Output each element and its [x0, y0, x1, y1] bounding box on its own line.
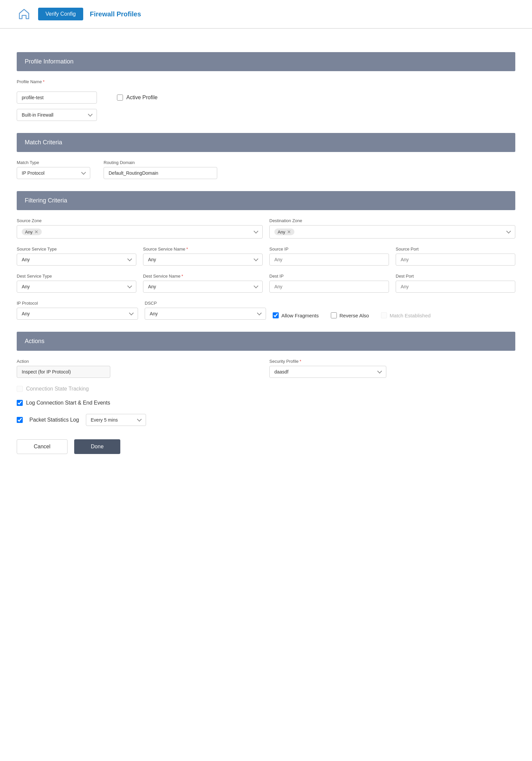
- dest-service-type-label: Dest Service Type: [17, 274, 136, 279]
- dscp-field: DSCP Any: [145, 301, 266, 320]
- ip-protocol-label: IP Protocol: [17, 301, 138, 306]
- reverse-also-checkbox[interactable]: [331, 312, 337, 318]
- home-icon[interactable]: [17, 7, 31, 21]
- profile-name-label: Profile Name*: [17, 79, 515, 84]
- dest-port-input[interactable]: [396, 281, 515, 293]
- source-port-field: Source Port: [396, 247, 515, 266]
- match-type-label: Match Type: [17, 160, 90, 165]
- dest-ip-label: Dest IP: [269, 274, 389, 279]
- profile-name-input[interactable]: [17, 92, 97, 104]
- firewall-type-select[interactable]: Built-in Firewall: [17, 109, 97, 121]
- connection-state-tracking-row: Connection State Tracking: [17, 386, 515, 392]
- connection-state-tracking-checkbox[interactable]: [17, 386, 23, 392]
- allow-fragments-group: Allow Fragments: [273, 312, 319, 318]
- dest-service-name-label: Dest Service Name*: [143, 274, 263, 279]
- main-content: Profile Information Profile Name* Active…: [0, 39, 532, 474]
- service-ip-row-1: Source Service Type Any Source Service N…: [17, 247, 515, 266]
- log-interval-select[interactable]: Every 5 mins: [86, 414, 146, 426]
- log-interval-value: Every 5 mins: [91, 417, 118, 423]
- active-profile-checkbox-label[interactable]: Active Profile: [117, 95, 157, 101]
- source-service-type-chevron-icon: [127, 257, 132, 261]
- log-interval-chevron-icon: [137, 417, 141, 422]
- dest-ip-field: Dest IP: [269, 274, 389, 293]
- connection-state-tracking-label: Connection State Tracking: [26, 386, 89, 392]
- dest-service-name-select[interactable]: Any: [143, 281, 263, 293]
- log-connection-row: Log Connection Start & End Events: [17, 400, 515, 406]
- log-packet-statistics-label: Packet Statistics Log: [29, 417, 79, 423]
- dest-ip-input[interactable]: [269, 281, 389, 293]
- dscp-select[interactable]: Any: [145, 308, 266, 320]
- source-service-type-field: Source Service Type Any: [17, 247, 136, 266]
- source-zone-tag-remove-icon[interactable]: ✕: [34, 229, 38, 235]
- dest-service-type-value: Any: [22, 284, 30, 289]
- dest-zone-tag-text: Any: [278, 230, 285, 235]
- match-type-select[interactable]: IP Protocol: [17, 167, 90, 179]
- source-zone-select[interactable]: Any ✕: [17, 225, 263, 239]
- dscp-label: DSCP: [145, 301, 266, 306]
- source-service-name-chevron-icon: [254, 257, 258, 261]
- security-profile-value: daasdf: [274, 369, 288, 374]
- routing-domain-field-group: Routing Domain: [104, 160, 217, 179]
- ip-protocol-select[interactable]: Any: [17, 308, 138, 320]
- source-zone-chevron-icon: [254, 229, 258, 234]
- action-label: Action: [17, 359, 263, 364]
- dest-zone-tag-remove-icon[interactable]: ✕: [287, 229, 291, 235]
- match-established-checkbox[interactable]: [381, 312, 387, 318]
- log-packet-statistics-checkbox[interactable]: [17, 417, 23, 423]
- ip-protocol-value: Any: [22, 311, 30, 316]
- source-ip-input[interactable]: [269, 254, 389, 266]
- source-service-name-value: Any: [148, 257, 156, 262]
- dscp-chevron-icon: [257, 311, 262, 315]
- profile-information-section: Profile Information Profile Name* Active…: [17, 52, 515, 121]
- dest-service-name-chevron-icon: [254, 284, 258, 288]
- dest-service-type-chevron-icon: [127, 284, 132, 288]
- allow-fragments-label: Allow Fragments: [281, 313, 319, 318]
- cancel-button[interactable]: Cancel: [17, 439, 68, 454]
- match-established-group: Match Established: [381, 312, 431, 318]
- log-connection-label: Log Connection Start & End Events: [26, 400, 110, 406]
- dest-zone-select[interactable]: Any ✕: [269, 225, 515, 239]
- service-ip-row-2: Dest Service Type Any Dest Service Name*…: [17, 274, 515, 293]
- allow-fragments-checkbox[interactable]: [273, 312, 279, 318]
- profile-row-1: Active Profile: [17, 92, 515, 104]
- firewall-type-select-wrapper[interactable]: Built-in Firewall: [17, 109, 97, 121]
- dest-zone-label: Destination Zone: [269, 218, 515, 223]
- filtering-criteria-header: Filtering Criteria: [17, 191, 515, 210]
- match-criteria-header: Match Criteria: [17, 133, 515, 152]
- match-type-value: IP Protocol: [22, 170, 44, 176]
- dest-service-name-field: Dest Service Name* Any: [143, 274, 263, 293]
- active-profile-checkbox[interactable]: [117, 95, 123, 101]
- actions-section: Actions Action Inspect (for IP Protocol)…: [17, 332, 515, 426]
- protocol-dscp-row: IP Protocol Any DSCP Any: [17, 301, 515, 320]
- source-service-name-label: Source Service Name*: [143, 247, 263, 252]
- log-connection-checkbox[interactable]: [17, 400, 23, 406]
- firewall-profiles-link[interactable]: Firewall Profiles: [90, 10, 141, 18]
- source-service-type-select[interactable]: Any: [17, 254, 136, 266]
- action-security-row: Action Inspect (for IP Protocol) Securit…: [17, 359, 515, 378]
- match-type-field-group: Match Type IP Protocol: [17, 160, 90, 179]
- dest-zone-chevron-icon: [506, 229, 511, 234]
- actions-fields: Action Inspect (for IP Protocol) Securit…: [17, 359, 515, 426]
- security-profile-field: Security Profile* daasdf: [269, 359, 515, 378]
- security-profile-label: Security Profile*: [269, 359, 515, 364]
- dest-service-type-field: Dest Service Type Any: [17, 274, 136, 293]
- match-criteria-section: Match Criteria Match Type IP Protocol Ro…: [17, 133, 515, 179]
- dest-port-field: Dest Port: [396, 274, 515, 293]
- dest-port-label: Dest Port: [396, 274, 515, 279]
- dest-service-type-select[interactable]: Any: [17, 281, 136, 293]
- verify-config-button[interactable]: Verify Config: [38, 8, 83, 20]
- source-service-name-select[interactable]: Any: [143, 254, 263, 266]
- ip-protocol-field: IP Protocol Any: [17, 301, 138, 320]
- source-port-input[interactable]: [396, 254, 515, 266]
- security-profile-select[interactable]: daasdf: [269, 366, 386, 378]
- source-zone-field: Source Zone Any ✕: [17, 218, 263, 239]
- done-button[interactable]: Done: [74, 439, 120, 454]
- active-profile-label: Active Profile: [126, 95, 157, 101]
- firewall-type-chevron-icon: [88, 112, 93, 117]
- profile-information-header: Profile Information: [17, 52, 515, 71]
- routing-domain-input[interactable]: [104, 167, 217, 179]
- ip-protocol-chevron-icon: [129, 311, 134, 315]
- source-service-type-value: Any: [22, 257, 30, 262]
- dest-zone-field: Destination Zone Any ✕: [269, 218, 515, 239]
- footer-buttons: Cancel Done: [17, 439, 515, 454]
